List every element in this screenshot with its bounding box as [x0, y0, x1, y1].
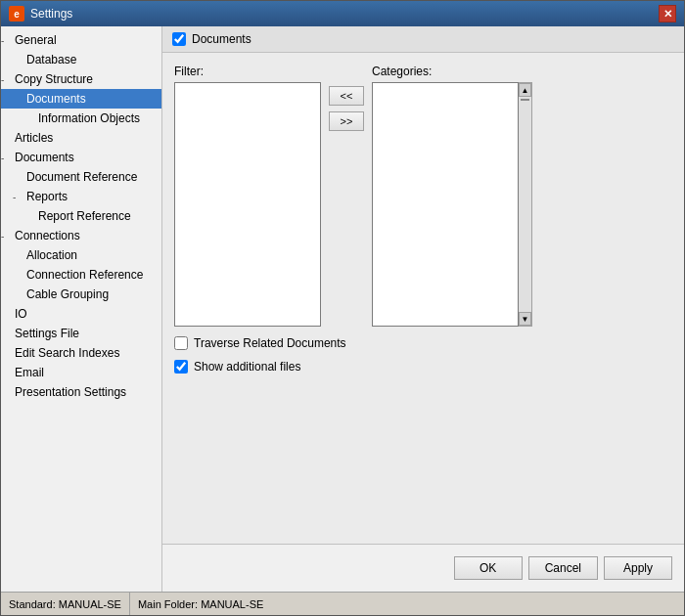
main-content: -GeneralDatabase-Copy StructureDocuments… — [1, 26, 684, 592]
sidebar-item-label: Email — [13, 365, 46, 380]
sidebar-item-label: Copy Structure — [13, 71, 95, 87]
sidebar-item-label: Document Reference — [24, 169, 139, 185]
sidebar-item-presentation-settings[interactable]: Presentation Settings — [1, 382, 161, 402]
sidebar-item-database[interactable]: Database — [1, 50, 161, 69]
ok-button[interactable]: OK — [454, 556, 523, 580]
categories-with-scroll: ▲ ▼ — [372, 82, 672, 327]
sidebar: -GeneralDatabase-Copy StructureDocuments… — [1, 26, 162, 592]
categories-listbox[interactable] — [372, 82, 519, 327]
categories-label: Categories: — [372, 65, 672, 78]
show-additional-checkbox[interactable] — [174, 360, 188, 374]
sidebar-item-report-reference[interactable]: Report Reference — [1, 206, 161, 226]
categories-section: Categories: ▲ ▼ — [372, 65, 672, 327]
expand-icon: - — [1, 74, 13, 85]
standard-status: Standard: MANUAL-SE — [1, 593, 130, 615]
right-panel: Documents Filter: << >> — [162, 26, 684, 592]
panel-content: Filter: << >> Categories: — [162, 53, 684, 544]
sidebar-item-label: General — [13, 32, 59, 48]
traverse-label: Traverse Related Documents — [194, 336, 346, 350]
settings-window: e Settings ✕ -GeneralDatabase-Copy Struc… — [0, 0, 685, 616]
cancel-button[interactable]: Cancel — [528, 556, 598, 580]
sidebar-item-allocation[interactable]: Allocation — [1, 245, 161, 265]
sidebar-item-label: Allocation — [24, 247, 79, 263]
sidebar-item-label: Information Objects — [36, 110, 142, 126]
sidebar-item-doc-group[interactable]: -Documents — [1, 148, 161, 167]
filter-section: Filter: — [174, 65, 321, 327]
sidebar-item-connections[interactable]: -Connections — [1, 226, 161, 245]
app-icon: e — [9, 6, 24, 22]
sidebar-item-articles[interactable]: Articles — [1, 128, 161, 148]
sidebar-item-information-objects[interactable]: Information Objects — [1, 109, 161, 128]
sidebar-item-label: Reports — [24, 189, 69, 204]
sidebar-item-settings-file[interactable]: Settings File — [1, 324, 161, 343]
sidebar-item-label: Edit Search Indexes — [13, 345, 121, 361]
status-bar: Standard: MANUAL-SE Main Folder: MANUAL-… — [1, 592, 684, 615]
sidebar-item-copy-structure[interactable]: -Copy Structure — [1, 69, 161, 89]
sidebar-item-label: Database — [24, 52, 78, 67]
title-bar: e Settings ✕ — [1, 1, 684, 26]
panel-header-label: Documents — [192, 32, 251, 46]
button-row: OK Cancel Apply — [174, 552, 672, 584]
sidebar-item-documents[interactable]: Documents — [1, 89, 161, 109]
scroll-thumb[interactable] — [521, 99, 529, 101]
scroll-up-button[interactable]: ▲ — [519, 83, 531, 97]
move-right-button[interactable]: >> — [329, 111, 364, 131]
show-additional-label: Show additional files — [194, 360, 300, 374]
expand-icon: - — [1, 153, 13, 163]
sidebar-item-edit-search-indexes[interactable]: Edit Search Indexes — [1, 343, 161, 363]
apply-button[interactable]: Apply — [604, 556, 672, 580]
title-bar-left: e Settings — [9, 6, 72, 22]
filter-categories-row: Filter: << >> Categories: — [174, 65, 672, 327]
scroll-down-button[interactable]: ▼ — [519, 312, 531, 326]
filter-label: Filter: — [174, 65, 321, 78]
close-button[interactable]: ✕ — [659, 5, 676, 22]
sidebar-item-general[interactable]: -General — [1, 30, 161, 50]
sidebar-item-cable-grouping[interactable]: Cable Grouping — [1, 285, 161, 304]
arrow-buttons: << >> — [329, 65, 364, 131]
sidebar-item-label: Settings File — [13, 326, 81, 341]
sidebar-item-label: Report Reference — [36, 208, 133, 224]
show-additional-row: Show additional files — [174, 360, 672, 374]
sidebar-item-label: Articles — [13, 130, 55, 146]
expand-icon: - — [1, 231, 13, 242]
window-title: Settings — [30, 7, 72, 21]
sidebar-item-label: IO — [13, 306, 29, 322]
sidebar-item-connection-reference[interactable]: Connection Reference — [1, 265, 161, 285]
sidebar-item-label: Cable Grouping — [24, 286, 111, 302]
expand-icon: - — [1, 35, 13, 46]
traverse-row: Traverse Related Documents — [174, 336, 672, 350]
sidebar-item-label: Connection Reference — [24, 267, 145, 283]
sidebar-item-reports[interactable]: -Reports — [1, 187, 161, 206]
expand-icon: - — [13, 192, 24, 202]
sidebar-item-label: Connections — [13, 228, 82, 243]
scrollbar[interactable]: ▲ ▼ — [519, 82, 532, 327]
sidebar-item-document-reference[interactable]: Document Reference — [1, 167, 161, 187]
bottom-panel: OK Cancel Apply — [162, 544, 684, 592]
panel-header: Documents — [162, 26, 684, 53]
main-folder-status: Main Folder: MANUAL-SE — [130, 593, 271, 615]
traverse-checkbox[interactable] — [174, 336, 188, 350]
documents-checkbox[interactable] — [172, 32, 186, 46]
sidebar-item-label: Presentation Settings — [13, 384, 128, 400]
sidebar-item-io[interactable]: IO — [1, 304, 161, 324]
sidebar-item-email[interactable]: Email — [1, 363, 161, 382]
sidebar-item-label: Documents — [13, 150, 76, 165]
filter-listbox[interactable] — [174, 82, 321, 327]
sidebar-item-label: Documents — [24, 91, 88, 107]
move-left-button[interactable]: << — [329, 86, 364, 106]
